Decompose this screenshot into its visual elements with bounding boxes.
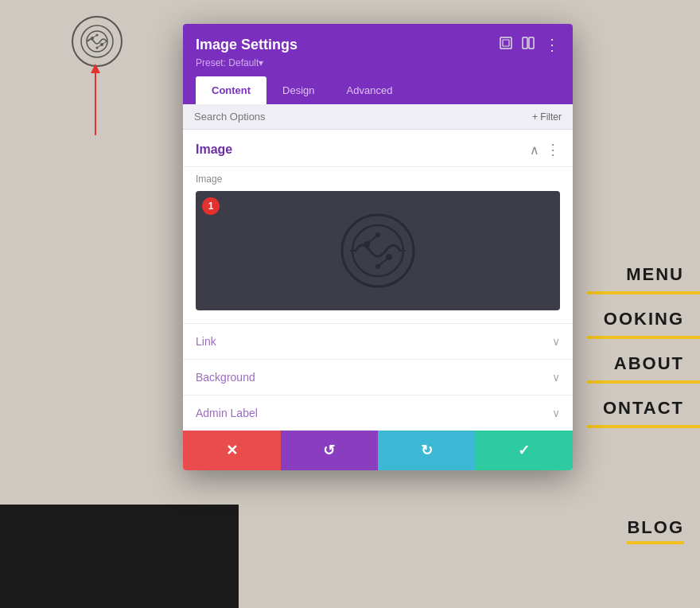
tab-advanced[interactable]: Advanced xyxy=(331,76,409,104)
undo-button[interactable]: ↺ xyxy=(281,431,379,470)
cancel-button[interactable]: ✕ xyxy=(183,431,281,470)
svg-line-6 xyxy=(92,35,97,38)
modal-preset[interactable]: Preset: Default▾ xyxy=(196,57,560,68)
section-collapse-icon[interactable]: ∧ xyxy=(530,142,539,158)
tab-design[interactable]: Design xyxy=(266,76,330,104)
nav-item-about[interactable]: ABOUT xyxy=(587,344,700,384)
modal-title: Image Settings xyxy=(196,37,298,53)
modal-header: Image Settings ⋮ Preset: Default▾ Conten… xyxy=(183,24,573,104)
section-header-icons: ∧ ⋮ xyxy=(530,141,560,158)
redo-button[interactable]: ↻ xyxy=(378,431,476,470)
more-options-icon[interactable]: ⋮ xyxy=(544,35,560,54)
image-field-label: Image xyxy=(196,173,560,185)
accordion-admin-label-label: Admin Label xyxy=(196,407,258,419)
image-upload-container[interactable]: 1 xyxy=(196,191,560,310)
right-nav: MENU OOKING ABOUT ONTACT xyxy=(587,255,700,433)
section-menu-icon[interactable]: ⋮ xyxy=(546,141,560,158)
modal-footer: ✕ ↺ ↻ ✓ xyxy=(183,431,573,470)
image-field-area: Image 1 xyxy=(183,167,573,323)
image-preview-icon xyxy=(338,211,418,290)
modal-tabs: Content Design Advanced xyxy=(196,76,560,104)
columns-icon[interactable] xyxy=(522,37,535,53)
filter-button[interactable]: + Filter xyxy=(532,111,562,123)
modal-header-icons: ⋮ xyxy=(500,35,560,54)
nav-item-booking[interactable]: OOKING xyxy=(587,299,700,339)
accordion-link-chevron: ∨ xyxy=(552,335,560,348)
svg-rect-12 xyxy=(523,37,527,49)
logo-area xyxy=(72,16,122,67)
svg-point-0 xyxy=(81,25,113,57)
accordion-link[interactable]: Link ∨ xyxy=(183,323,573,359)
expand-icon[interactable] xyxy=(500,37,512,53)
svg-rect-10 xyxy=(500,37,511,49)
dark-bottom-panel xyxy=(0,505,239,608)
search-bar: + Filter xyxy=(183,104,573,130)
svg-line-7 xyxy=(97,45,102,48)
section-image-header: Image ∧ ⋮ xyxy=(183,130,573,167)
image-settings-modal: Image Settings ⋮ Preset: Default▾ Conten… xyxy=(183,24,573,470)
nav-item-blog[interactable]: BLOG xyxy=(627,517,684,544)
accordion-link-label: Link xyxy=(196,335,216,348)
modal-header-top: Image Settings ⋮ xyxy=(196,35,560,54)
nav-item-contact[interactable]: ONTACT xyxy=(587,388,700,428)
save-button[interactable]: ✓ xyxy=(476,431,574,470)
logo-icon xyxy=(80,24,115,59)
search-input[interactable] xyxy=(194,111,353,123)
tab-content[interactable]: Content xyxy=(196,76,266,104)
modal-body: Image ∧ ⋮ Image 1 xyxy=(183,130,573,431)
svg-line-9 xyxy=(102,41,107,45)
red-arrow xyxy=(95,72,96,135)
accordion-background-label: Background xyxy=(196,371,255,384)
svg-rect-11 xyxy=(503,40,509,46)
svg-rect-13 xyxy=(529,37,534,49)
accordion-admin-label[interactable]: Admin Label ∨ xyxy=(183,395,573,431)
svg-line-20 xyxy=(367,235,378,244)
section-title: Image xyxy=(196,142,232,157)
svg-line-21 xyxy=(378,257,389,267)
nav-item-menu[interactable]: MENU xyxy=(587,255,700,294)
accordion-admin-label-chevron: ∨ xyxy=(552,407,560,419)
accordion-background[interactable]: Background ∨ xyxy=(183,359,573,395)
image-badge: 1 xyxy=(202,197,220,215)
logo-circle xyxy=(72,16,122,67)
accordion-background-chevron: ∨ xyxy=(552,371,560,384)
